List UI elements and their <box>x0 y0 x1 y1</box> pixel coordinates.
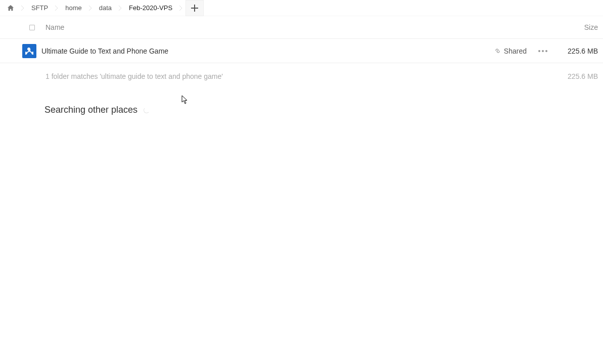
column-header-name[interactable]: Name <box>45 23 584 31</box>
breadcrumb: SFTP home data Feb-2020-VPS <box>0 0 603 16</box>
column-header-size[interactable]: Size <box>584 23 598 31</box>
chevron-right-icon <box>118 6 123 11</box>
folder-shared-icon <box>22 44 36 58</box>
spinner-icon <box>144 107 150 113</box>
column-header-row: Name Size <box>0 16 603 39</box>
search-summary-size: 225.6 MB <box>568 72 598 80</box>
breadcrumb-item-data[interactable]: data <box>93 0 118 16</box>
shared-label: Shared <box>504 47 527 55</box>
home-icon[interactable] <box>1 0 20 16</box>
searching-other-places: Searching other places <box>0 86 603 115</box>
link-icon <box>494 48 501 54</box>
search-summary: 1 folder matches 'ultimate guide to text… <box>0 66 603 86</box>
search-summary-text: 1 folder matches 'ultimate guide to text… <box>45 72 568 80</box>
chevron-right-icon <box>88 6 93 11</box>
file-row[interactable]: Ultimate Guide to Text and Phone Game Sh… <box>0 39 603 63</box>
breadcrumb-item-sftp[interactable]: SFTP <box>25 0 54 16</box>
chevron-right-icon <box>54 6 59 11</box>
shared-indicator[interactable]: Shared <box>494 47 527 55</box>
more-actions-button[interactable] <box>536 44 550 58</box>
chevron-right-icon <box>178 6 183 11</box>
searching-label: Searching other places <box>44 105 137 115</box>
file-size: 225.6 MB <box>565 47 598 55</box>
file-name[interactable]: Ultimate Guide to Text and Phone Game <box>41 47 494 55</box>
select-all-checkbox[interactable] <box>29 25 35 30</box>
breadcrumb-item-home[interactable]: home <box>59 0 88 16</box>
chevron-right-icon <box>20 6 25 11</box>
add-button[interactable] <box>185 0 204 16</box>
breadcrumb-item-current[interactable]: Feb-2020-VPS <box>123 0 178 16</box>
